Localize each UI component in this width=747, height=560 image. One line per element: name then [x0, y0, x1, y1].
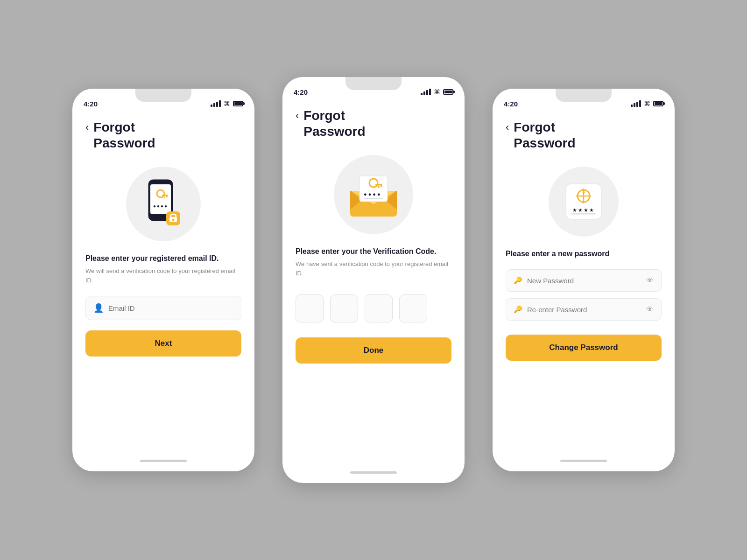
- screen-2-phone: 4:20 ⌘ ‹ Forgot Password: [282, 77, 465, 483]
- otp-box-4[interactable]: [399, 294, 427, 322]
- reenter-password-input[interactable]: [527, 306, 641, 314]
- status-icons-2: ⌘: [421, 88, 453, 96]
- svg-text:●●●●: ●●●●: [153, 203, 168, 209]
- otp-input-row: [296, 294, 451, 322]
- screen-2-content: ‹ Forgot Password: [282, 100, 465, 464]
- instruction-bold-3: Please enter a new password: [506, 250, 662, 258]
- notch-1: [135, 89, 191, 102]
- battery-icon-2: [443, 89, 453, 95]
- illustration-circle-2: ●●●●: [334, 155, 413, 234]
- notch-2: [345, 77, 402, 90]
- screen-3-content: ‹ Forgot Password ★★★★: [493, 112, 675, 452]
- instruction-sub-2: We have sent a verification code to your…: [296, 259, 451, 278]
- home-indicator-2: [350, 471, 397, 474]
- envelope-illustration: ●●●●: [348, 171, 399, 218]
- wifi-icon-3: ⌘: [644, 100, 650, 107]
- header-1: ‹ Forgot Password: [85, 119, 241, 151]
- back-button-2[interactable]: ‹: [296, 110, 299, 122]
- illustration-circle-3: ★★★★: [549, 167, 619, 237]
- email-input[interactable]: [108, 304, 233, 312]
- otp-box-2[interactable]: [330, 294, 358, 322]
- done-button[interactable]: Done: [296, 337, 451, 364]
- signal-icon-2: [421, 89, 431, 95]
- illustration-3: ★★★★: [506, 167, 662, 237]
- title-2: Forgot Password: [303, 108, 365, 139]
- signal-icon-3: [631, 100, 641, 107]
- instruction-sub-1: We will send a verification code to your…: [85, 266, 241, 285]
- title-3: Forgot Password: [514, 119, 575, 151]
- svg-rect-12: [359, 176, 388, 202]
- wifi-icon: ⌘: [224, 100, 230, 107]
- eye-icon-1[interactable]: 👁: [646, 276, 654, 285]
- status-icons-3: ⌘: [631, 100, 663, 107]
- screen-3-phone: 4:20 ⌘ ‹ Forgot Password: [493, 89, 675, 471]
- home-indicator-3: [560, 460, 607, 462]
- bottom-bar-2: [282, 464, 465, 483]
- instruction-bold-2: Please enter your the Verification Code.: [296, 247, 451, 256]
- phone-key-illustration: ●●●●: [140, 176, 187, 232]
- svg-rect-25: [571, 213, 596, 215]
- otp-box-3[interactable]: [365, 294, 393, 322]
- eye-icon-2[interactable]: 👁: [646, 305, 654, 314]
- screen-1-phone: 4:20 ⌘ ‹ Forgot Password: [72, 89, 254, 471]
- new-password-input-row[interactable]: 🔑 👁: [506, 269, 662, 292]
- screen-1-content: ‹ Forgot Password ●●●●: [72, 112, 254, 452]
- header-3: ‹ Forgot Password: [506, 119, 662, 151]
- email-input-row[interactable]: 👤: [85, 296, 241, 320]
- otp-box-1[interactable]: [296, 294, 324, 322]
- time-3: 4:20: [504, 100, 518, 108]
- battery-icon: [233, 101, 243, 106]
- illustration-1: ●●●●: [85, 167, 241, 241]
- change-password-button[interactable]: Change Password: [506, 335, 662, 361]
- instruction-bold-1: Please enter your registered email ID.: [85, 254, 241, 263]
- svg-rect-5: [164, 196, 165, 198]
- reenter-password-input-row[interactable]: 🔑 👁: [506, 298, 662, 321]
- svg-text:●●●●: ●●●●: [364, 191, 382, 197]
- notch-3: [556, 89, 612, 102]
- back-button-3[interactable]: ‹: [506, 121, 509, 133]
- home-indicator-1: [140, 460, 187, 462]
- svg-point-10: [172, 219, 175, 221]
- key-icon-1: 🔑: [514, 276, 522, 285]
- time-1: 4:20: [84, 100, 98, 108]
- svg-text:★★★★: ★★★★: [572, 207, 595, 213]
- svg-rect-15: [381, 184, 382, 187]
- svg-rect-18: [364, 198, 383, 199]
- svg-rect-1: [150, 184, 171, 214]
- bottom-bar-1: [72, 452, 254, 471]
- back-button-1[interactable]: ‹: [85, 121, 89, 133]
- illustration-2: ●●●●: [296, 155, 451, 234]
- key-card-illustration: ★★★★: [560, 178, 607, 225]
- next-button[interactable]: Next: [85, 330, 241, 357]
- user-icon: 👤: [93, 303, 104, 313]
- battery-icon-3: [653, 101, 663, 106]
- header-2: ‹ Forgot Password: [296, 108, 451, 139]
- title-1: Forgot Password: [93, 119, 155, 151]
- wifi-icon-2: ⌘: [434, 88, 440, 96]
- svg-rect-4: [166, 195, 168, 197]
- bottom-bar-3: [493, 452, 675, 471]
- illustration-circle-1: ●●●●: [126, 167, 201, 241]
- key-icon-2: 🔑: [514, 305, 522, 314]
- new-password-input[interactable]: [527, 277, 641, 285]
- time-2: 4:20: [294, 88, 308, 96]
- svg-rect-16: [378, 186, 380, 188]
- status-icons-1: ⌘: [211, 100, 243, 107]
- signal-icon: [211, 100, 221, 107]
